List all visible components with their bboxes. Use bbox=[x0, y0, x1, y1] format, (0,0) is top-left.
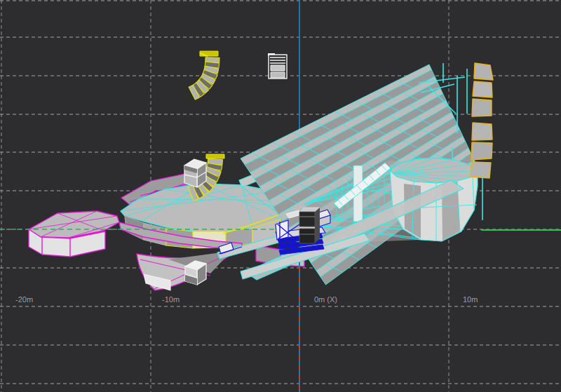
axis-label--20m: -20m bbox=[15, 295, 33, 304]
axis-labels: -20m -10m 0m (X) 10m bbox=[15, 295, 478, 304]
flown-white-box[interactable] bbox=[268, 53, 287, 79]
axis-label-0m-x: 0m (X) bbox=[314, 295, 337, 304]
floor-sub-box[interactable] bbox=[185, 261, 206, 285]
front-view-canvas[interactable]: -20m -10m 0m (X) 10m bbox=[0, 0, 561, 392]
axis-label-10m: 10m bbox=[463, 295, 478, 304]
flown-array-left[interactable] bbox=[189, 58, 219, 100]
sub-stack[interactable] bbox=[299, 208, 320, 243]
venue-3d-viewport[interactable]: -20m -10m 0m (X) 10m bbox=[0, 0, 561, 392]
axis-label--10m: -10m bbox=[162, 295, 180, 304]
stage-sub-stack[interactable] bbox=[184, 159, 206, 187]
